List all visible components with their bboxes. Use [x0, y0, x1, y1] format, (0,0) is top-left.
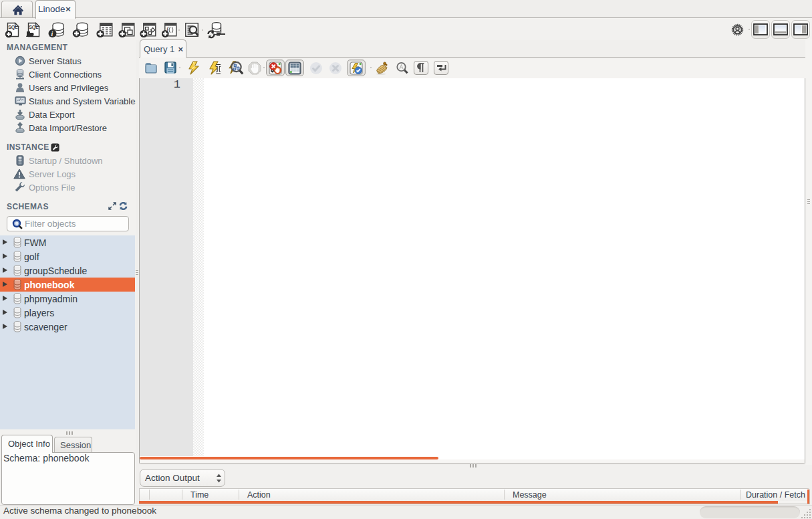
svg-text:i: i — [51, 30, 53, 37]
svg-text:SQL: SQL — [8, 24, 18, 30]
svg-text:SQL: SQL — [29, 24, 39, 30]
